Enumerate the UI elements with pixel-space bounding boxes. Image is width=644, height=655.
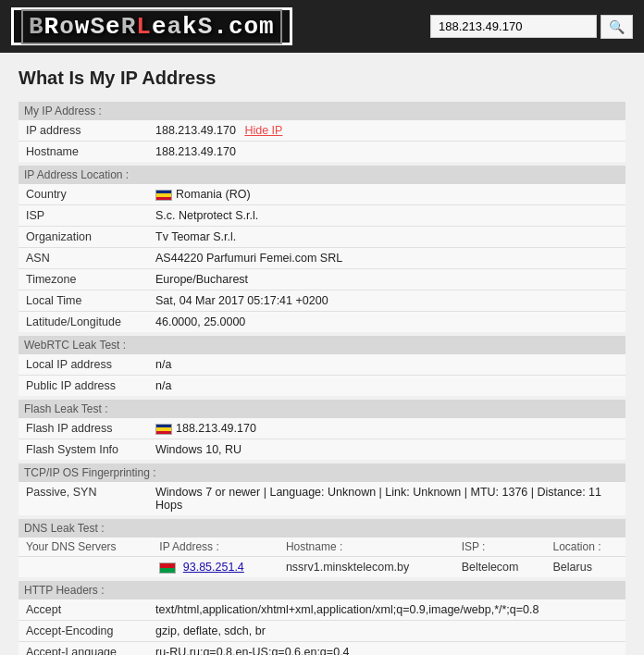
header: BRowSeRLeakS.com 🔍 xyxy=(0,0,644,53)
page-title: What Is My IP Address xyxy=(19,68,625,89)
table-row: ISP S.c. Netprotect S.r.l. xyxy=(19,205,625,227)
table-row: Latitude/Longitude 46.0000, 25.0000 xyxy=(19,312,625,333)
table-row: Flash IP address 188.213.49.170 xyxy=(19,418,625,439)
public-ip-label: Public IP address xyxy=(19,376,148,397)
flash-ip-value: 188.213.49.170 xyxy=(148,418,625,439)
dns-col-isp: ISP : xyxy=(454,538,546,557)
table-row: Timezone Europe/Bucharest xyxy=(19,269,625,290)
hostname-value: 188.213.49.170 xyxy=(148,142,625,163)
table-row: ASN AS44220 Parfumuri Femei.com SRL xyxy=(19,248,625,269)
logo: BRowSeRLeakS.com xyxy=(11,7,292,45)
local-ip-label: Local IP address xyxy=(19,354,148,376)
table-row: IP address 188.213.49.170 Hide IP xyxy=(19,120,625,142)
accept-language-value: ru-RU,ru;q=0.8,en-US;q=0.6,en;q=0.4 xyxy=(148,642,625,656)
flash-romania-flag xyxy=(155,424,172,435)
dns-col-hostname: Hostname : xyxy=(279,538,454,557)
flash-ip-label: Flash IP address xyxy=(19,418,148,439)
dns-location-cell: Belarus xyxy=(546,557,625,578)
timezone-label: Timezone xyxy=(19,269,148,290)
main-content: What Is My IP Address My IP Address : IP… xyxy=(0,53,644,655)
webrtc-table: Local IP address n/a Public IP address n… xyxy=(19,354,625,396)
country-label: Country xyxy=(19,184,148,205)
dns-ip-cell: 93.85.251.4 xyxy=(152,557,279,578)
table-row: Accept text/html,application/xhtml+xml,a… xyxy=(19,599,625,621)
section-http: HTTP Headers : xyxy=(19,581,625,599)
table-row: Public IP address n/a xyxy=(19,376,625,397)
ip-address-label: IP address xyxy=(19,120,148,142)
dns-header-row: Your DNS Servers IP Address : Hostname :… xyxy=(19,538,625,557)
accept-language-label: Accept-Language xyxy=(19,642,148,656)
org-value: Tv Teomar S.r.l. xyxy=(148,227,625,248)
accept-encoding-value: gzip, deflate, sdch, br xyxy=(148,621,625,642)
belarus-flag xyxy=(159,562,176,574)
local-time-value: Sat, 04 Mar 2017 05:17:41 +0200 xyxy=(148,290,625,312)
passive-syn-label: Passive, SYN xyxy=(19,482,148,515)
table-row: Accept-Encoding gzip, deflate, sdch, br xyxy=(19,621,625,642)
section-ip-location: IP Address Location : xyxy=(19,166,625,184)
lat-lon-value: 46.0000, 25.0000 xyxy=(148,312,625,333)
search-area: 🔍 xyxy=(430,15,633,39)
ip-location-table: Country Romania (RO) ISP S.c. Netprotect… xyxy=(19,184,625,332)
public-ip-value: n/a xyxy=(148,376,625,397)
accept-encoding-label: Accept-Encoding xyxy=(19,621,148,642)
dns-col-server: Your DNS Servers xyxy=(19,538,152,557)
table-row: Accept-Language ru-RU,ru;q=0.8,en-US;q=0… xyxy=(19,642,625,656)
org-label: Organization xyxy=(19,227,148,248)
table-row: Local IP address n/a xyxy=(19,354,625,376)
dns-server-cell xyxy=(19,557,152,578)
flash-table: Flash IP address 188.213.49.170 Flash Sy… xyxy=(19,418,625,460)
asn-label: ASN xyxy=(19,248,148,269)
dns-col-location: Location : xyxy=(546,538,625,557)
section-webrtc: WebRTC Leak Test : xyxy=(19,336,625,354)
local-ip-value: n/a xyxy=(148,354,625,376)
table-row: Local Time Sat, 04 Mar 2017 05:17:41 +02… xyxy=(19,290,625,312)
passive-syn-value: Windows 7 or newer | Language: Unknown |… xyxy=(148,482,625,515)
search-input[interactable] xyxy=(430,15,597,38)
search-button[interactable]: 🔍 xyxy=(601,15,633,39)
table-row: Passive, SYN Windows 7 or newer | Langua… xyxy=(19,482,625,515)
flash-sysinfo-value: Windows 10, RU xyxy=(148,439,625,461)
asn-value: AS44220 Parfumuri Femei.com SRL xyxy=(148,248,625,269)
accept-value: text/html,application/xhtml+xml,applicat… xyxy=(148,599,625,621)
timezone-value: Europe/Bucharest xyxy=(148,269,625,290)
section-tcpip: TCP/IP OS Fingerprinting : xyxy=(19,463,625,482)
table-row: Flash System Info Windows 10, RU xyxy=(19,439,625,461)
lat-lon-label: Latitude/Longitude xyxy=(19,312,148,333)
hide-ip-link[interactable]: Hide IP xyxy=(244,124,282,137)
ip-address-value: 188.213.49.170 Hide IP xyxy=(148,120,625,142)
isp-value: S.c. Netprotect S.r.l. xyxy=(148,205,625,227)
dns-hostname-cell: nssrv1.minsktelecom.by xyxy=(279,557,454,578)
romania-flag xyxy=(155,190,172,201)
tcpip-table: Passive, SYN Windows 7 or newer | Langua… xyxy=(19,482,625,515)
table-row: Country Romania (RO) xyxy=(19,184,625,205)
http-table: Accept text/html,application/xhtml+xml,a… xyxy=(19,599,625,655)
hostname-label: Hostname xyxy=(19,142,148,163)
section-my-ip: My IP Address : xyxy=(19,102,625,120)
my-ip-table: IP address 188.213.49.170 Hide IP Hostna… xyxy=(19,120,625,162)
dns-ip-link[interactable]: 93.85.251.4 xyxy=(183,561,244,574)
dns-table: Your DNS Servers IP Address : Hostname :… xyxy=(19,538,625,577)
table-row: Hostname 188.213.49.170 xyxy=(19,142,625,163)
local-time-label: Local Time xyxy=(19,290,148,312)
dns-col-ip: IP Address : xyxy=(152,538,279,557)
table-row: 93.85.251.4 nssrv1.minsktelecom.by Belte… xyxy=(19,557,625,578)
dns-isp-cell: Beltelecom xyxy=(454,557,546,578)
table-row: Organization Tv Teomar S.r.l. xyxy=(19,227,625,248)
section-flash: Flash Leak Test : xyxy=(19,400,625,418)
country-value: Romania (RO) xyxy=(148,184,625,205)
section-dns: DNS Leak Test : xyxy=(19,519,625,538)
accept-label: Accept xyxy=(19,599,148,621)
isp-label: ISP xyxy=(19,205,148,227)
flash-sysinfo-label: Flash System Info xyxy=(19,439,148,461)
